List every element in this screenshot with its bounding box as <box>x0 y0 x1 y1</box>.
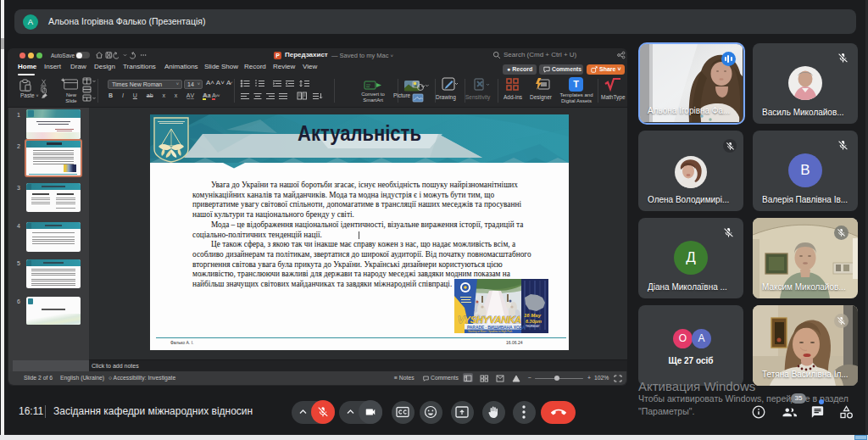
svg-text:16 May: 16 May <box>524 313 542 318</box>
svg-text:6.30pm: 6.30pm <box>526 319 542 324</box>
svg-text:THURSDAY: THURSDAY <box>526 325 539 328</box>
svg-text:Starting at Bloor / Spadina to: Starting at Bloor / Spadina to High Park <box>468 330 513 333</box>
svg-text:VYSHYVANKA: VYSHYVANKA <box>458 315 521 325</box>
